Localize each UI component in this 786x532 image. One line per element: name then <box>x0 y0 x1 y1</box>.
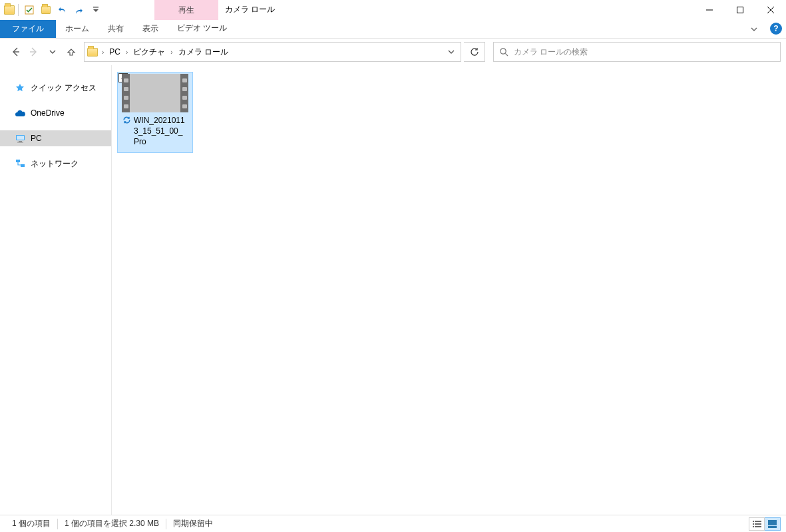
network-icon <box>15 158 25 169</box>
folder-icon <box>87 48 98 57</box>
back-button[interactable] <box>8 45 23 59</box>
chevron-down-icon <box>93 6 99 14</box>
status-sync: 同期保留中 <box>166 518 220 529</box>
arrow-left-icon <box>10 47 21 57</box>
view-large-icons-button[interactable] <box>765 517 781 531</box>
tab-file[interactable]: ファイル <box>0 20 56 38</box>
qat-undo-button[interactable] <box>55 3 70 17</box>
svg-rect-3 <box>737 7 743 13</box>
qat-redo-button[interactable] <box>72 3 87 17</box>
qat-properties-button[interactable] <box>22 3 37 17</box>
address-bar[interactable]: › PC › ピクチャ › カメラ ロール <box>84 42 461 62</box>
contextual-tab-header: 再生 <box>154 0 218 20</box>
svg-rect-18 <box>768 526 777 528</box>
list-view-icon <box>753 520 761 528</box>
status-bar: 1 個の項目 1 個の項目を選択 2.30 MB 同期保留中 <box>0 515 786 532</box>
tab-share[interactable]: 共有 <box>98 20 133 38</box>
svg-rect-13 <box>753 523 754 525</box>
ribbon-tabs: ファイル ホーム 共有 表示 ビデオ ツール ? <box>0 20 786 39</box>
svg-rect-17 <box>768 520 777 525</box>
svg-point-4 <box>500 49 506 54</box>
svg-rect-14 <box>755 523 761 525</box>
tab-label: ホーム <box>65 23 89 35</box>
qat-new-folder-button[interactable] <box>39 3 53 17</box>
quick-access-toolbar <box>0 0 107 20</box>
address-history-dropdown[interactable] <box>443 43 458 61</box>
minimize-button[interactable] <box>694 0 725 20</box>
navigation-row: › PC › ピクチャ › カメラ ロール カメラ ロールの検索 <box>0 39 786 65</box>
navigation-pane: クイック アクセス OneDrive PC ネットワーク <box>0 65 112 515</box>
window-title: カメラ ロール <box>225 4 275 15</box>
nav-network[interactable]: ネットワーク <box>0 156 111 172</box>
breadcrumb-separator[interactable]: › <box>100 49 105 56</box>
contextual-tab-title: 再生 <box>178 5 194 16</box>
ribbon-collapse-button[interactable] <box>746 20 762 39</box>
forward-button[interactable] <box>27 45 41 59</box>
nav-item-label: PC <box>31 134 42 143</box>
chevron-down-icon <box>448 49 455 55</box>
arrow-up-icon <box>67 47 76 57</box>
tab-view[interactable]: 表示 <box>133 20 168 38</box>
file-name-label: WIN_20210113_15_51_00_Pro <box>134 115 188 148</box>
chevron-down-icon <box>49 49 56 55</box>
tab-video-tools[interactable]: ビデオ ツール <box>168 20 236 38</box>
qat-separator <box>18 4 19 16</box>
breadcrumb-pc[interactable]: PC <box>106 43 123 61</box>
breadcrumb-separator[interactable]: › <box>124 49 129 56</box>
status-selection: 1 個の項目を選択 2.30 MB <box>58 518 166 529</box>
navigation-arrows <box>5 45 81 59</box>
refresh-button[interactable] <box>464 42 485 62</box>
tab-label: ビデオ ツール <box>177 23 227 34</box>
breadcrumb-label: カメラ ロール <box>178 47 228 58</box>
breadcrumb-cameraroll[interactable]: カメラ ロール <box>176 43 231 61</box>
search-icon <box>499 47 508 57</box>
tab-label: 表示 <box>142 23 158 35</box>
content-area[interactable]: ✓ WIN_20210113_15_51_ <box>112 65 786 515</box>
recent-locations-button[interactable] <box>45 45 60 59</box>
breadcrumb-pictures[interactable]: ピクチャ <box>130 43 168 61</box>
star-icon <box>15 82 25 93</box>
breadcrumb-label: PC <box>109 47 120 57</box>
nav-pc[interactable]: PC <box>0 130 111 146</box>
tab-home[interactable]: ホーム <box>56 20 98 38</box>
folder-icon <box>41 6 51 14</box>
film-strip-icon <box>122 74 130 112</box>
svg-rect-15 <box>753 526 754 527</box>
nav-item-label: クイック アクセス <box>31 82 97 94</box>
breadcrumb-label: ピクチャ <box>133 47 165 58</box>
breadcrumb-separator[interactable]: › <box>169 49 174 56</box>
arrow-right-icon <box>29 47 39 57</box>
maximize-button[interactable] <box>725 0 755 20</box>
close-button[interactable] <box>755 0 786 20</box>
video-thumbnail <box>122 74 188 112</box>
svg-rect-1 <box>93 7 98 8</box>
minimize-icon <box>706 7 713 13</box>
refresh-icon <box>470 47 479 57</box>
app-folder-icon <box>4 5 15 15</box>
up-button[interactable] <box>64 45 79 59</box>
grid-view-icon <box>768 520 777 528</box>
qat-customize-dropdown[interactable] <box>89 3 103 17</box>
nav-item-label: ネットワーク <box>31 158 79 170</box>
svg-rect-12 <box>755 521 761 522</box>
pc-icon <box>15 133 25 144</box>
help-button[interactable]: ? <box>770 23 782 35</box>
svg-rect-11 <box>753 521 754 522</box>
search-box[interactable]: カメラ ロールの検索 <box>493 42 781 62</box>
title-bar: 再生 カメラ ロール <box>0 0 786 20</box>
nav-item-label: OneDrive <box>31 108 65 118</box>
file-item[interactable]: ✓ WIN_20210113_15_51_ <box>117 72 193 153</box>
checkbox-icon <box>25 5 34 15</box>
nav-onedrive[interactable]: OneDrive <box>0 105 111 121</box>
svg-rect-9 <box>16 160 20 162</box>
view-details-button[interactable] <box>749 517 765 531</box>
cloud-icon <box>15 108 25 118</box>
search-placeholder: カメラ ロールの検索 <box>514 47 588 58</box>
sync-pending-icon <box>122 116 131 148</box>
svg-rect-16 <box>755 526 761 527</box>
chevron-down-icon <box>750 25 758 33</box>
window-controls <box>694 0 786 20</box>
tab-label: 共有 <box>108 23 124 35</box>
nav-quick-access[interactable]: クイック アクセス <box>0 80 111 96</box>
svg-rect-8 <box>17 142 23 142</box>
